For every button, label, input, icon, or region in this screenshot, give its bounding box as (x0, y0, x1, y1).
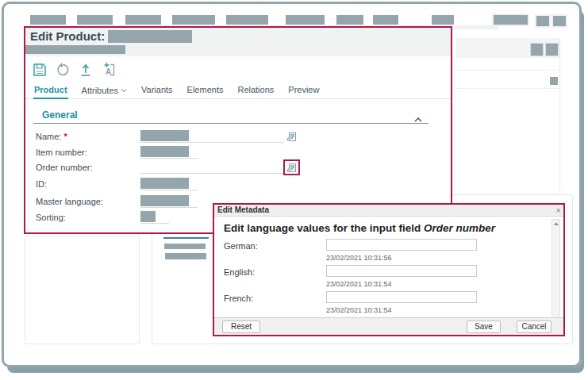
tab-preview[interactable]: Preview (287, 83, 320, 98)
field-label-name: Name:* (36, 132, 67, 141)
field-label-sorting: Sorting: (36, 213, 66, 222)
panel-row-divider (456, 88, 560, 89)
german-timestamp: 23/02/2021 10:31:56 (326, 254, 392, 262)
screenshot-canvas: Edit Product: (0, 0, 588, 380)
toolbar: A (32, 62, 117, 78)
field-label-order-number: Order number: (36, 163, 93, 172)
dialog-header: Edit Product: (25, 28, 451, 56)
master-language-input-underline (140, 197, 198, 208)
scrollbar[interactable] (551, 219, 560, 328)
undo-icon[interactable] (55, 62, 71, 78)
english-timestamp: 23/02/2021 10:31:54 (326, 280, 392, 288)
metadata-dialog-footer: Reset Save Cancel (214, 317, 563, 335)
tab-relations[interactable]: Relations (236, 83, 275, 98)
close-icon[interactable]: × (556, 205, 561, 216)
collapse-section-icon[interactable] (414, 111, 422, 125)
tab-product[interactable]: Product (33, 83, 68, 99)
sorting-input-underline[interactable] (140, 213, 169, 224)
field-label-id: ID: (36, 179, 47, 189)
metadata-heading: Edit language values for the input field… (224, 222, 495, 234)
redacted-product-subtitle (25, 45, 125, 54)
field-label-master-language: Master language: (36, 197, 103, 206)
panel-row-divider (456, 70, 560, 71)
svg-text:A: A (106, 67, 111, 76)
redacted-panel-button[interactable] (530, 43, 544, 56)
required-marker: * (63, 132, 67, 141)
metadata-dialog-title: Edit Metadata (217, 205, 269, 214)
redacted-menu-item[interactable] (336, 15, 363, 25)
item-number-input-underline[interactable] (140, 148, 198, 159)
reset-button[interactable]: Reset (222, 321, 260, 333)
redacted-toolbar-button[interactable] (536, 16, 549, 26)
redacted-product-name (108, 30, 192, 43)
language-label-german: German: (224, 241, 258, 251)
german-value-input[interactable] (326, 239, 477, 251)
save-button[interactable]: Save (467, 321, 501, 333)
redacted-text-block (164, 244, 206, 249)
section-title-general: General (42, 109, 78, 121)
english-value-input[interactable] (326, 265, 477, 277)
chevron-down-icon (121, 85, 127, 94)
redacted-menu-item[interactable] (432, 15, 454, 25)
redacted-menu-item[interactable] (373, 15, 398, 25)
redacted-panel-button[interactable] (545, 43, 559, 56)
upload-icon[interactable] (78, 62, 94, 78)
tab-bar: Product Attributes Variants Elements Rel… (25, 83, 451, 99)
redacted-menu-item[interactable] (286, 15, 325, 25)
right-panel-header (456, 38, 559, 58)
tab-attributes[interactable]: Attributes (81, 83, 128, 98)
cancel-button[interactable]: Cancel (517, 321, 551, 333)
language-label-english: English: (224, 267, 255, 277)
metadata-dialog-titlebar: Edit Metadata × (214, 205, 563, 217)
tab-variants[interactable]: Variants (140, 83, 174, 98)
right-panel (456, 38, 560, 204)
redacted-toolbar-button[interactable] (553, 16, 566, 26)
annotation-highlight-box (283, 159, 300, 175)
french-value-input[interactable] (326, 291, 477, 303)
language-label-french: French: (224, 294, 253, 303)
add-attribute-icon[interactable]: A (101, 62, 117, 78)
save-icon[interactable] (32, 62, 48, 78)
scroll-up-icon[interactable] (554, 222, 559, 225)
redacted-menu-item[interactable] (77, 15, 113, 25)
edit-metadata-dialog: Edit Metadata × Edit language values for… (213, 203, 565, 336)
redacted-menu-item[interactable] (172, 15, 215, 25)
name-input-underline[interactable] (140, 132, 284, 143)
french-timestamp: 23/02/2021 10:31:54 (326, 306, 392, 314)
redacted-menu-item[interactable] (30, 15, 66, 25)
order-number-input-underline[interactable] (140, 163, 284, 174)
left-card (25, 236, 140, 344)
redacted-text-block (165, 253, 206, 259)
edit-metadata-icon[interactable] (286, 131, 297, 141)
dialog-title: Edit Product: (30, 29, 105, 43)
redacted-toolbar-button[interactable] (494, 15, 528, 25)
card-section-underline (163, 237, 209, 239)
section-divider (33, 123, 429, 124)
tab-elements[interactable]: Elements (186, 83, 225, 98)
redacted-menu-item[interactable] (226, 15, 268, 25)
id-input-underline (140, 179, 198, 190)
redacted-menu-item[interactable] (125, 15, 161, 25)
field-label-item-number: Item number: (36, 148, 87, 157)
redacted-row-control[interactable] (550, 77, 558, 85)
metadata-heading-field-name: Order number (424, 222, 495, 234)
